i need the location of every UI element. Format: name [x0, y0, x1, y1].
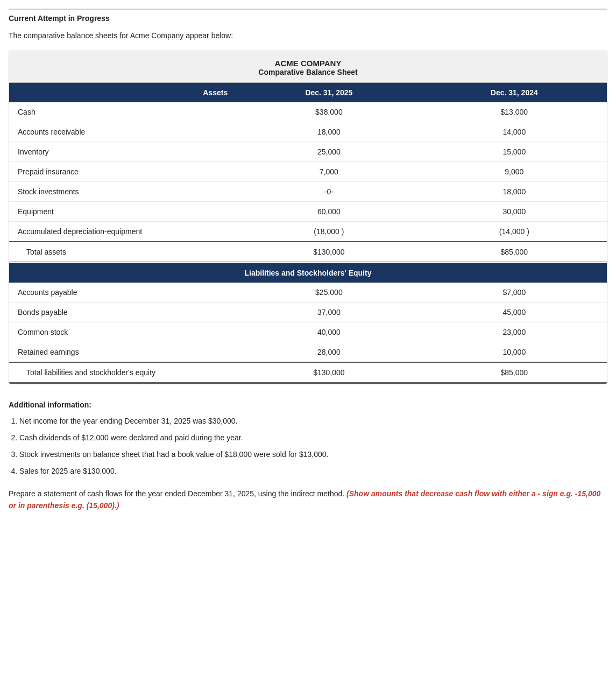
asset-val2: 15,000: [422, 142, 607, 162]
balance-sheet-container: ACME COMPANY Comparative Balance Sheet A…: [9, 51, 607, 384]
date1-col-header: Dec. 31, 2025: [236, 83, 421, 102]
total-liabilities-label: Total liabilities and stockholder's equi…: [9, 362, 236, 383]
current-attempt-header: Current Attempt in Progress: [9, 9, 607, 23]
asset-val1: 7,000: [236, 162, 421, 182]
asset-val2: $13,000: [422, 102, 607, 122]
asset-row: Equipment 60,000 30,000: [9, 202, 607, 222]
liability-row: Retained earnings 28,000 10,000: [9, 342, 607, 363]
asset-val1: $38,000: [236, 102, 421, 122]
table-subtitle: Comparative Balance Sheet: [13, 68, 603, 76]
liability-label: Retained earnings: [9, 342, 236, 363]
asset-val1: 25,000: [236, 142, 421, 162]
asset-row: Accounts receivable 18,000 14,000: [9, 122, 607, 142]
additional-info-item: Net income for the year ending December …: [19, 416, 607, 427]
asset-val2: 14,000: [422, 122, 607, 142]
asset-val2: 18,000: [422, 182, 607, 202]
asset-val1: -0-: [236, 182, 421, 202]
liability-val2: 23,000: [422, 322, 607, 342]
liability-val1: 40,000: [236, 322, 421, 342]
table-header-row: Assets Dec. 31, 2025 Dec. 31, 2024: [9, 83, 607, 102]
liability-val2: $7,000: [422, 283, 607, 303]
asset-label: Accumulated depreciation-equipment: [9, 222, 236, 242]
table-title: ACME COMPANY Comparative Balance Sheet: [9, 51, 607, 83]
liability-val2: 45,000: [422, 303, 607, 322]
total-liabilities-row: Total liabilities and stockholder's equi…: [9, 362, 607, 383]
prepare-text-section: Prepare a statement of cash flows for th…: [9, 488, 607, 512]
liability-row: Common stock 40,000 23,000: [9, 322, 607, 342]
asset-row: Stock investments -0- 18,000: [9, 182, 607, 202]
company-name: ACME COMPANY: [13, 59, 603, 68]
total-liabilities-val2: $85,000: [422, 362, 607, 383]
liability-row: Accounts payable $25,000 $7,000: [9, 283, 607, 303]
additional-info-item: Cash dividends of $12,000 were declared …: [19, 432, 607, 444]
additional-info-item: Sales for 2025 are $130,000.: [19, 466, 607, 477]
additional-info-list: Net income for the year ending December …: [9, 416, 607, 477]
asset-row: Cash $38,000 $13,000: [9, 102, 607, 122]
liability-label: Accounts payable: [9, 283, 236, 303]
date2-col-header: Dec. 31, 2024: [422, 83, 607, 102]
asset-val1: 18,000: [236, 122, 421, 142]
liabilities-section-header: Liabilities and Stockholders' Equity: [9, 263, 607, 283]
liability-val1: $25,000: [236, 283, 421, 303]
liability-val2: 10,000: [422, 342, 607, 363]
additional-info-title: Additional information:: [9, 400, 607, 409]
total-assets-label: Total assets: [9, 242, 236, 263]
liabilities-header-label: Liabilities and Stockholders' Equity: [9, 263, 607, 283]
asset-label: Equipment: [9, 202, 236, 222]
asset-label: Inventory: [9, 142, 236, 162]
additional-info-section: Additional information: Net income for t…: [9, 400, 607, 477]
additional-info-item: Stock investments on balance sheet that …: [19, 449, 607, 460]
asset-val2: (14,000 ): [422, 222, 607, 242]
asset-row: Accumulated depreciation-equipment (18,0…: [9, 222, 607, 242]
asset-label: Cash: [9, 102, 236, 122]
asset-row: Inventory 25,000 15,000: [9, 142, 607, 162]
asset-val2: 9,000: [422, 162, 607, 182]
liability-label: Common stock: [9, 322, 236, 342]
asset-val1: 60,000: [236, 202, 421, 222]
intro-text: The comparative balance sheets for Acme …: [9, 31, 607, 40]
total-assets-val2: $85,000: [422, 242, 607, 263]
asset-val2: 30,000: [422, 202, 607, 222]
total-liabilities-val1: $130,000: [236, 362, 421, 383]
liability-label: Bonds payable: [9, 303, 236, 322]
balance-sheet-table: Assets Dec. 31, 2025 Dec. 31, 2024 Cash …: [9, 83, 607, 384]
liability-val1: 28,000: [236, 342, 421, 363]
asset-label: Stock investments: [9, 182, 236, 202]
assets-col-header: Assets: [9, 83, 236, 102]
total-assets-val1: $130,000: [236, 242, 421, 263]
prepare-main-text: Prepare a statement of cash flows for th…: [9, 489, 344, 498]
current-attempt-label: Current Attempt in Progress: [9, 14, 110, 23]
asset-row: Prepaid insurance 7,000 9,000: [9, 162, 607, 182]
asset-label: Accounts receivable: [9, 122, 236, 142]
total-assets-row: Total assets $130,000 $85,000: [9, 242, 607, 263]
asset-val1: (18,000 ): [236, 222, 421, 242]
liability-row: Bonds payable 37,000 45,000: [9, 303, 607, 322]
liability-val1: 37,000: [236, 303, 421, 322]
asset-label: Prepaid insurance: [9, 162, 236, 182]
